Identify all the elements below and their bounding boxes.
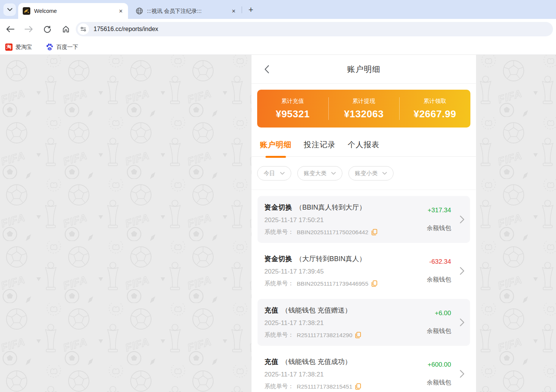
stat-value: ¥95321 bbox=[276, 108, 310, 120]
taobao-icon: 淘 bbox=[5, 44, 12, 51]
txn-subtitle: （钱能钱包 充值赠送） bbox=[281, 306, 351, 315]
site-info-button[interactable] bbox=[78, 23, 89, 35]
transaction-row[interactable]: 资金切换 （BBIN真人转到大厅） 2025-11-17 17:50:21 系统… bbox=[258, 196, 470, 243]
browser-tab-records[interactable]: :::视讯 会员下注纪录::: ✕ bbox=[131, 3, 241, 19]
txn-datetime: 2025-11-17 17:38:21 bbox=[264, 319, 453, 327]
copy-icon[interactable] bbox=[355, 332, 361, 338]
filter-major-type-select[interactable]: 账变大类 bbox=[297, 166, 342, 180]
filter-minor-type-select[interactable]: 账变小类 bbox=[348, 166, 394, 180]
bookmark-baidu[interactable]: du 百度一下 bbox=[46, 43, 78, 51]
txn-order-number: R2511171738214290 bbox=[297, 332, 353, 339]
txn-order-number: BBIN202511171750206442 bbox=[297, 229, 369, 236]
bookmarks-bar: 淘 爱淘宝 du 百度一下 bbox=[0, 39, 556, 55]
url-text[interactable]: 175616.cc/reports/index bbox=[94, 26, 158, 33]
baidu-paw-icon: du bbox=[46, 43, 53, 51]
chevron-down-icon bbox=[7, 8, 12, 11]
txn-type: 充值 bbox=[264, 306, 278, 315]
txn-wallet: 余额钱包 bbox=[427, 379, 451, 387]
back-button[interactable] bbox=[5, 24, 15, 34]
browser-toolbar: 175616.cc/reports/index bbox=[0, 19, 556, 39]
browser-tab-welcome[interactable]: Welcome ✕ bbox=[18, 3, 128, 19]
txn-wallet: 余额钱包 bbox=[427, 276, 451, 284]
txn-amount: +600.00 bbox=[428, 361, 451, 369]
copy-icon[interactable] bbox=[372, 280, 377, 287]
page-title: 账户明细 bbox=[347, 64, 381, 75]
filter-label: 今日 bbox=[264, 170, 275, 177]
chevron-right-icon[interactable] bbox=[460, 370, 464, 378]
txn-order-number: BBIN202511171739446955 bbox=[297, 280, 369, 287]
txn-datetime: 2025-11-17 17:39:45 bbox=[264, 268, 453, 275]
txn-order-label: 系统单号： bbox=[264, 280, 294, 288]
txn-amount: +317.34 bbox=[428, 207, 451, 214]
tab-search-button[interactable] bbox=[3, 3, 16, 16]
chevron-down-icon bbox=[331, 172, 336, 175]
chevron-right-icon[interactable] bbox=[460, 267, 464, 275]
filter-label: 账变大类 bbox=[304, 170, 326, 177]
txn-wallet: 余额钱包 bbox=[427, 327, 451, 335]
chevron-right-icon[interactable] bbox=[460, 216, 464, 224]
page-background: FIFA bbox=[0, 55, 556, 392]
chevron-down-icon bbox=[280, 172, 285, 175]
chevron-down-icon bbox=[382, 172, 387, 175]
txn-wallet: 余额钱包 bbox=[427, 224, 451, 232]
home-icon bbox=[62, 25, 70, 33]
chevron-left-icon bbox=[264, 65, 269, 73]
bookmark-aitaobao[interactable]: 淘 爱淘宝 bbox=[5, 44, 32, 51]
copy-icon[interactable] bbox=[372, 229, 377, 235]
close-tab-icon[interactable]: ✕ bbox=[230, 8, 237, 14]
globe-icon bbox=[136, 7, 143, 15]
bookmark-label: 百度一下 bbox=[56, 44, 78, 51]
stat-value: ¥2667.99 bbox=[414, 108, 456, 120]
tab-divider bbox=[242, 6, 242, 13]
txn-datetime: 2025-11-17 17:50:21 bbox=[264, 216, 453, 224]
account-detail-panel: 账户明细 累计充值 ¥95321 累计提现 ¥132063 累计领取 ¥2667… bbox=[251, 55, 476, 392]
tab-title: Welcome bbox=[34, 8, 117, 14]
tab-personal-report[interactable]: 个人报表 bbox=[348, 140, 380, 150]
filters-row: 今日 账变大类 账变小类 bbox=[251, 157, 476, 190]
back-arrow-icon bbox=[6, 26, 14, 32]
totals-card: 累计充值 ¥95321 累计提现 ¥132063 累计领取 ¥2667.99 bbox=[257, 90, 470, 128]
copy-icon[interactable] bbox=[355, 383, 361, 390]
tab-bet-records[interactable]: 投注记录 bbox=[304, 140, 336, 150]
stat-value: ¥132063 bbox=[344, 108, 384, 120]
close-tab-icon[interactable]: ✕ bbox=[117, 8, 124, 14]
filter-date-select[interactable]: 今日 bbox=[257, 166, 291, 180]
tab-title: :::视讯 会员下注纪录::: bbox=[147, 8, 230, 15]
stat-total-claimed: 累计领取 ¥2667.99 bbox=[399, 90, 470, 128]
transaction-row[interactable]: 充值 （钱能钱包 充值成功） 2025-11-17 17:38:21 系统单号：… bbox=[258, 350, 470, 392]
txn-amount: +6.00 bbox=[435, 310, 451, 317]
transaction-list: 资金切换 （BBIN真人转到大厅） 2025-11-17 17:50:21 系统… bbox=[251, 190, 476, 392]
txn-subtitle: （大厅转到BBIN真人） bbox=[295, 254, 366, 263]
stat-label: 累计领取 bbox=[423, 98, 446, 105]
forward-arrow-icon bbox=[25, 26, 33, 32]
address-bar[interactable]: 175616.cc/reports/index bbox=[76, 22, 553, 36]
tab-account-detail[interactable]: 账户明细 bbox=[260, 140, 292, 150]
txn-subtitle: （BBIN真人转到大厅） bbox=[295, 203, 366, 212]
txn-subtitle: （钱能钱包 充值成功） bbox=[281, 357, 351, 366]
new-tab-button[interactable]: + bbox=[246, 5, 256, 15]
txn-order-label: 系统单号： bbox=[264, 383, 294, 390]
svg-text:du: du bbox=[48, 48, 51, 50]
chevron-right-icon[interactable] bbox=[460, 319, 464, 327]
section-tabs: 账户明细 投注记录 个人报表 bbox=[251, 140, 476, 157]
forward-button[interactable] bbox=[24, 24, 34, 34]
txn-order-number: R2511171738215451 bbox=[297, 383, 353, 390]
transaction-row[interactable]: 资金切换 （大厅转到BBIN真人） 2025-11-17 17:39:45 系统… bbox=[258, 247, 470, 294]
txn-amount: -632.34 bbox=[429, 258, 451, 266]
stat-label: 累计充值 bbox=[281, 98, 304, 105]
bookmark-label: 爱淘宝 bbox=[16, 44, 32, 51]
transaction-row[interactable]: 充值 （钱能钱包 充值赠送） 2025-11-17 17:38:21 系统单号：… bbox=[258, 299, 470, 346]
txn-type: 充值 bbox=[264, 357, 278, 366]
txn-type: 资金切换 bbox=[264, 254, 292, 263]
stat-label: 累计提现 bbox=[353, 98, 375, 105]
back-button-page[interactable] bbox=[262, 65, 271, 74]
tune-icon bbox=[80, 26, 86, 32]
home-button[interactable] bbox=[61, 24, 71, 34]
reload-button[interactable] bbox=[42, 24, 52, 34]
panel-header: 账户明细 bbox=[251, 55, 476, 84]
reload-icon bbox=[44, 25, 51, 33]
txn-order-label: 系统单号： bbox=[264, 331, 294, 339]
filter-label: 账变小类 bbox=[355, 170, 378, 177]
txn-datetime: 2025-11-17 17:38:21 bbox=[264, 371, 453, 378]
stat-total-withdraw: 累计提现 ¥132063 bbox=[328, 90, 400, 128]
